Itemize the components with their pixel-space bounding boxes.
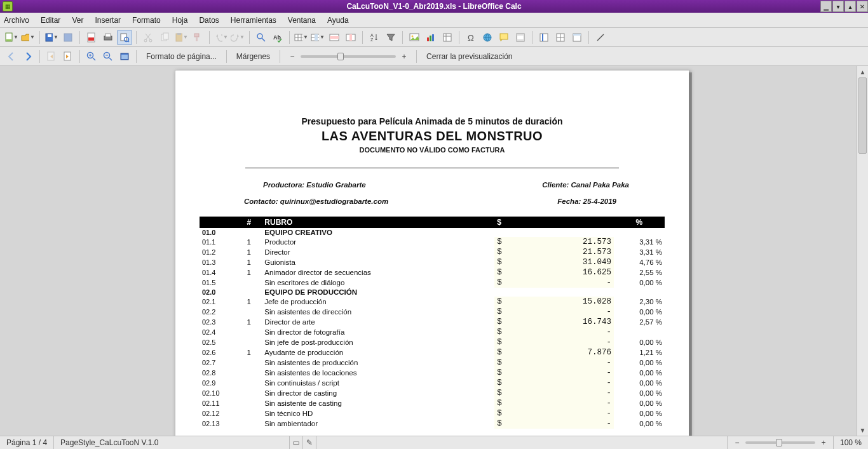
menu-ventana[interactable]: Ventana xyxy=(288,16,316,25)
cut-icon[interactable] xyxy=(140,30,156,45)
scroll-track[interactable] xyxy=(858,77,867,424)
cell-currency: $ xyxy=(494,337,508,347)
print-preview-icon[interactable] xyxy=(117,30,132,45)
paste-icon[interactable]: ▼ xyxy=(173,30,189,45)
menu-formato[interactable]: Formato xyxy=(132,16,161,25)
menu-ver[interactable]: Ver xyxy=(72,16,83,25)
table-row: 02.0EQUIPO DE PRODUCCIÓN xyxy=(200,288,665,297)
status-zoom-minus-icon[interactable]: − xyxy=(733,438,742,447)
copy-icon[interactable] xyxy=(157,30,172,45)
zoom-minus-icon[interactable]: − xyxy=(288,52,297,61)
producer-label: Productora: Estudio Grabarte xyxy=(263,181,366,189)
cell-pct: 4,76 % xyxy=(614,257,665,267)
header-footer-icon[interactable] xyxy=(513,30,528,45)
table-row: 02.61Ayudante de producción$7.8761,21 % xyxy=(200,347,665,358)
menu-herramientas[interactable]: Herramientas xyxy=(231,16,276,25)
cell-currency: $ xyxy=(494,257,508,267)
insert-chart-icon[interactable] xyxy=(423,30,438,45)
save-as-icon[interactable] xyxy=(60,30,76,45)
margins-button[interactable]: Márgenes xyxy=(231,49,276,64)
slider-thumb[interactable] xyxy=(337,53,344,60)
vertical-scrollbar[interactable]: ▲ ▼ xyxy=(857,66,868,436)
window-icon[interactable] xyxy=(569,30,585,45)
find-replace-icon[interactable] xyxy=(254,30,269,45)
status-zoom-value[interactable]: 100 % xyxy=(834,436,868,449)
new-doc-icon[interactable]: ▼ xyxy=(4,30,19,45)
cell-qty xyxy=(236,378,262,388)
menu-editar[interactable]: Editar xyxy=(41,16,60,25)
status-zoom-thumb[interactable] xyxy=(776,439,782,446)
zoom-in-icon[interactable] xyxy=(84,49,99,64)
page-format-button[interactable]: Formato de página... xyxy=(140,49,222,64)
cell-currency: $ xyxy=(494,317,508,327)
fullscreen-icon[interactable] xyxy=(117,49,132,64)
autofilter-icon[interactable] xyxy=(383,30,398,45)
cell-amount: - xyxy=(508,278,614,288)
menu-ayuda[interactable]: Ayuda xyxy=(327,16,349,25)
svg-rect-18 xyxy=(194,34,199,37)
close-window-button[interactable]: ✕ xyxy=(857,1,868,12)
split-window-icon[interactable] xyxy=(553,30,568,45)
menu-hoja[interactable]: Hoja xyxy=(172,16,188,25)
clone-format-icon[interactable] xyxy=(190,30,205,45)
maximize-up-button[interactable]: ▴ xyxy=(844,1,856,12)
zoom-out-icon[interactable] xyxy=(100,49,116,64)
cell-id: 02.2 xyxy=(200,307,236,317)
undo-icon[interactable]: ▼ xyxy=(214,30,229,45)
freeze-rows-cols-icon[interactable] xyxy=(536,30,552,45)
delete-col-icon[interactable] xyxy=(343,30,358,45)
cell-id: 02.10 xyxy=(200,388,236,398)
open-icon[interactable]: ▼ xyxy=(20,30,36,45)
scroll-down-icon[interactable]: ▼ xyxy=(857,424,868,436)
svg-rect-46 xyxy=(500,34,508,39)
first-page-icon[interactable] xyxy=(44,49,59,64)
pivot-icon[interactable] xyxy=(440,30,455,45)
menu-datos[interactable]: Datos xyxy=(199,16,219,25)
spellcheck-icon[interactable]: Ab xyxy=(270,30,285,45)
scroll-up-icon[interactable]: ▲ xyxy=(857,66,868,77)
cell-pct: 3,31 % xyxy=(614,247,665,257)
status-zoom-track[interactable] xyxy=(745,441,815,444)
status-selection-mode-icon[interactable]: ▭ xyxy=(290,438,302,448)
hyperlink-icon[interactable] xyxy=(480,30,495,45)
menu-archivo[interactable]: Archivo xyxy=(4,16,29,25)
cell-qty xyxy=(236,368,262,378)
save-icon[interactable]: ▼ xyxy=(44,30,59,45)
export-pdf-icon[interactable] xyxy=(84,30,99,45)
cell-pct: 0,00 % xyxy=(614,398,665,408)
minimize-button[interactable]: ▁ xyxy=(820,1,832,12)
cell-currency: $ xyxy=(494,368,508,378)
svg-line-21 xyxy=(262,38,265,41)
comment-icon[interactable] xyxy=(496,30,512,45)
sort-icon[interactable]: AZ xyxy=(367,30,382,45)
cell-qty xyxy=(236,419,262,429)
redo-icon[interactable]: ▼ xyxy=(230,30,245,45)
budget-table: # RUBRO $ % 01.0EQUIPO CREATIVO01.11Prod… xyxy=(200,217,665,429)
status-zoom-control[interactable]: − + xyxy=(728,438,833,447)
delete-row-icon[interactable] xyxy=(327,30,342,45)
print-icon[interactable] xyxy=(100,30,116,45)
next-page-icon[interactable] xyxy=(20,49,36,64)
status-signature-icon[interactable]: ✎ xyxy=(303,438,316,448)
slider-track[interactable] xyxy=(301,55,396,58)
close-preview-button[interactable]: Cerrar la previsualización xyxy=(421,49,518,64)
prev-page-icon[interactable] xyxy=(4,49,19,64)
status-zoom-plus-icon[interactable]: + xyxy=(819,438,828,447)
zoom-plus-icon[interactable]: + xyxy=(400,52,409,61)
insert-col-icon[interactable]: ▼ xyxy=(310,30,325,45)
special-char-icon[interactable]: Ω xyxy=(463,30,478,45)
menu-insertar[interactable]: Insertar xyxy=(95,16,121,25)
preview-zoom-slider[interactable]: − + xyxy=(284,52,412,61)
svg-text:A: A xyxy=(370,33,374,37)
scroll-thumb[interactable] xyxy=(858,77,867,154)
cell-amount: - xyxy=(508,337,614,347)
maximize-down-button[interactable]: ▾ xyxy=(832,1,844,12)
insert-image-icon[interactable] xyxy=(407,30,422,45)
draw-line-icon[interactable] xyxy=(593,30,608,45)
last-page-icon[interactable] xyxy=(60,49,76,64)
svg-rect-3 xyxy=(48,34,51,37)
insert-row-icon[interactable]: ▼ xyxy=(294,30,309,45)
svg-rect-15 xyxy=(163,33,168,39)
cell-id: 02.12 xyxy=(200,408,236,419)
cell-qty: 1 xyxy=(236,297,262,307)
